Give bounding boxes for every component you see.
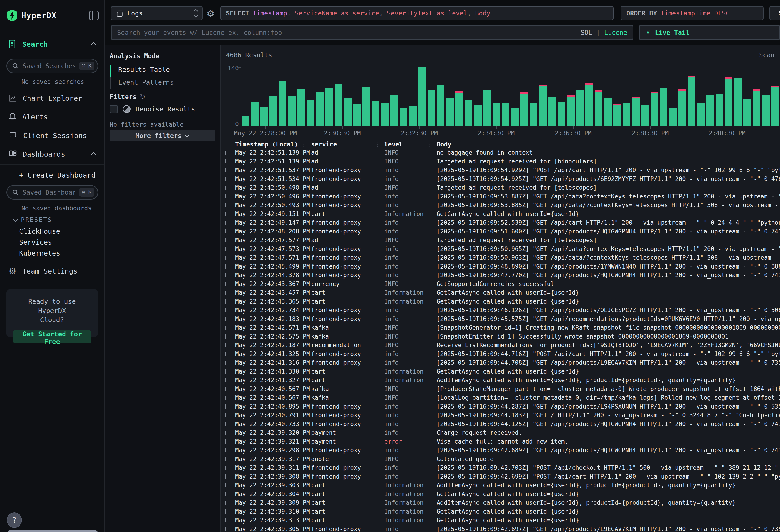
histogram-bar[interactable] [353, 104, 361, 126]
row-expand-chevron-icon[interactable] [225, 474, 226, 479]
log-row[interactable]: May 22 2:42:51.537 PMfrontend-proxyinfo[… [224, 166, 780, 175]
sql-mode-toggle[interactable]: SQL [581, 29, 592, 36]
row-expand-chevron-icon[interactable] [225, 229, 226, 234]
sidebar-item-alerts[interactable]: Alerts [0, 109, 104, 124]
histogram-bar[interactable] [381, 102, 389, 126]
row-expand-chevron-icon[interactable] [225, 299, 226, 303]
row-expand-chevron-icon[interactable] [225, 387, 226, 391]
histogram-bar[interactable] [493, 102, 500, 126]
sidebar-item-team-settings[interactable]: ⚙ Team Settings [0, 264, 104, 278]
histogram-bar[interactable] [734, 78, 742, 126]
log-row[interactable]: May 22 2:42:41.327 PMcartInformationAddI… [224, 376, 780, 385]
col-header-service[interactable]: service [311, 141, 384, 148]
histogram-bar[interactable] [548, 97, 556, 126]
saved-dashboards-input[interactable]: Saved Dashboards ⌘ K [6, 185, 98, 200]
row-expand-chevron-icon[interactable] [225, 264, 226, 269]
histogram-bar[interactable] [623, 103, 630, 126]
source-select[interactable]: Logs [111, 6, 203, 20]
row-expand-chevron-icon[interactable] [225, 404, 226, 408]
row-expand-chevron-icon[interactable] [225, 422, 226, 426]
log-row[interactable]: May 22 2:42:44.378 PMfrontend-proxyinfo[… [224, 271, 780, 280]
histogram-bar[interactable] [418, 67, 426, 126]
histogram-bar[interactable] [288, 96, 296, 126]
denoise-results-option[interactable]: Denoise Results [110, 105, 195, 113]
histogram-bar[interactable] [242, 116, 249, 126]
histogram-bar[interactable] [446, 98, 454, 126]
sidebar-collapse-icon[interactable] [89, 11, 99, 20]
histogram-bar[interactable] [325, 88, 333, 126]
event-search-input[interactable]: Search your events w/ Lucene ex. column:… [111, 25, 633, 40]
row-expand-chevron-icon[interactable] [225, 186, 226, 190]
histogram-bar[interactable] [455, 91, 463, 126]
row-expand-chevron-icon[interactable] [225, 466, 226, 470]
histogram-bar[interactable] [372, 101, 379, 126]
histogram-bar[interactable] [641, 105, 649, 126]
denoise-checkbox[interactable] [110, 105, 118, 113]
column-separator[interactable] [377, 141, 378, 147]
histogram-bar[interactable] [251, 102, 258, 126]
histogram-bar[interactable] [595, 90, 602, 126]
histogram-bar[interactable] [344, 98, 351, 126]
presets-toggle[interactable]: PRESETS [14, 216, 52, 223]
row-expand-chevron-icon[interactable] [225, 194, 226, 198]
row-expand-chevron-icon[interactable] [225, 291, 226, 295]
histogram-bar[interactable] [316, 92, 324, 126]
histogram-bar[interactable] [632, 97, 640, 126]
column-separator[interactable] [303, 141, 304, 147]
log-row[interactable]: May 22 2:42:43.457 PMcartInformationGetC… [224, 288, 780, 297]
events-histogram[interactable]: May 22 2:28:00 PM2:30:30 PM2:32:30 PM2:3… [242, 67, 779, 126]
histogram-bar[interactable] [706, 95, 714, 126]
histogram-bar[interactable] [743, 99, 751, 126]
log-row[interactable]: May 22 2:42:39.317 PMquoteINFOCalculated… [224, 455, 780, 464]
row-expand-chevron-icon[interactable] [225, 360, 226, 365]
row-expand-chevron-icon[interactable] [225, 518, 226, 523]
more-filters-button[interactable]: More filters [110, 130, 215, 141]
chevron-up-icon[interactable] [91, 152, 96, 157]
row-expand-chevron-icon[interactable] [225, 203, 226, 207]
log-row[interactable]: May 22 2:42:50.493 PMfrontend-proxyinfo[… [224, 201, 780, 210]
log-row[interactable]: May 22 2:42:39.305 PMfrontend-proxyinfo[… [224, 525, 780, 532]
histogram-bar[interactable] [306, 100, 314, 126]
log-row[interactable]: May 22 2:42:49.151 PMcartInformationGetC… [224, 210, 780, 219]
log-row[interactable]: May 22 2:42:42.734 PMfrontend-proxyinfo[… [224, 306, 780, 315]
histogram-bar[interactable] [474, 105, 482, 126]
log-row[interactable]: May 22 2:42:47.573 PMfrontend-proxyinfo[… [224, 245, 780, 253]
histogram-bar[interactable] [678, 89, 686, 126]
row-expand-chevron-icon[interactable] [225, 255, 226, 260]
row-expand-chevron-icon[interactable] [225, 448, 226, 452]
log-row[interactable]: May 22 2:42:39.304 PMcartInformationGetC… [224, 490, 780, 498]
row-expand-chevron-icon[interactable] [225, 501, 226, 505]
log-row[interactable]: May 22 2:42:41.330 PMcartInformationGetC… [224, 367, 780, 376]
log-row[interactable]: May 22 2:42:48.208 PMfrontend-proxyinfo[… [224, 227, 780, 236]
log-row[interactable]: May 22 2:42:51.139 PMadINFOTargeted ad r… [224, 157, 780, 166]
row-expand-chevron-icon[interactable] [225, 343, 226, 347]
histogram-bar[interactable] [520, 92, 528, 126]
histogram-bar[interactable] [557, 102, 565, 126]
live-tail-button[interactable]: ⚡ Live Tail [639, 25, 780, 40]
sidebar-item-client-sessions[interactable]: Client Sessions [0, 128, 104, 143]
row-expand-chevron-icon[interactable] [225, 221, 226, 225]
log-row[interactable]: May 22 2:42:40.733 PMfrontend-proxyinfo[… [224, 420, 780, 429]
row-expand-chevron-icon[interactable] [225, 457, 226, 461]
histogram-bar[interactable] [688, 76, 695, 126]
log-row[interactable]: May 22 2:42:49.147 PMfrontend-proxyinfo[… [224, 218, 780, 227]
histogram-bar[interactable] [660, 88, 668, 126]
row-expand-chevron-icon[interactable] [225, 413, 226, 418]
column-separator[interactable] [429, 141, 430, 147]
log-row[interactable]: May 22 2:42:39.298 PMfrontend-proxyinfo[… [224, 446, 780, 455]
histogram-bar[interactable] [725, 77, 733, 126]
log-row[interactable]: May 22 2:42:42.571 PMkafkaINFO[SnapshotG… [224, 323, 780, 332]
source-settings-gear-icon[interactable]: ⚙ [206, 8, 215, 19]
log-row[interactable]: May 22 2:42:39.308 PMfrontend-proxyinfo[… [224, 472, 780, 481]
help-button[interactable]: ? [7, 513, 22, 528]
histogram-bar[interactable] [669, 108, 677, 126]
log-row[interactable]: May 22 2:42:50.496 PMfrontend-proxyinfo[… [224, 192, 780, 201]
log-row[interactable]: May 22 2:42:39.320 PMpaymentinfoCharge r… [224, 428, 780, 437]
log-row[interactable]: May 22 2:42:42.183 PMfrontend-proxyinfo[… [224, 315, 780, 324]
orderby-input[interactable]: ORDER BY TimestampTime DESC [621, 6, 764, 20]
histogram-bar[interactable] [428, 90, 435, 126]
histogram-bar[interactable] [399, 107, 407, 126]
get-started-button[interactable]: Get Started for Free [13, 330, 91, 343]
save-button[interactable]: Save [769, 6, 780, 20]
row-expand-chevron-icon[interactable] [225, 334, 226, 339]
